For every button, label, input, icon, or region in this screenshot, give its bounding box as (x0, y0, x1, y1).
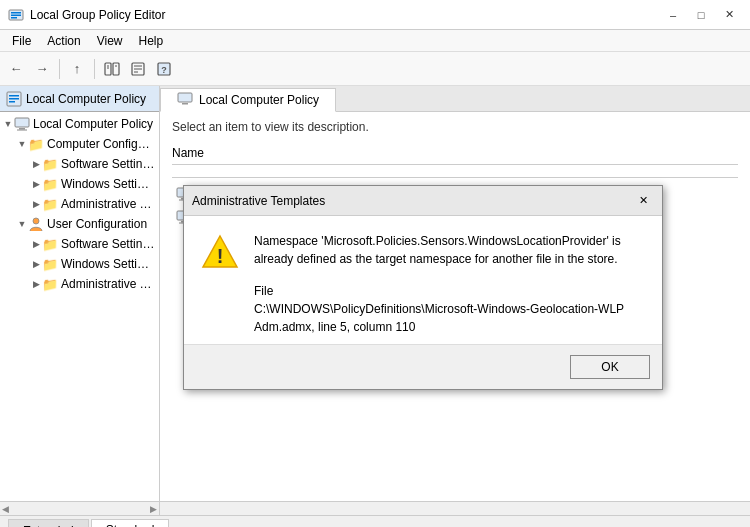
modal-title-bar: Administrative Templates ✕ (184, 186, 662, 216)
modal-footer: OK (184, 344, 662, 389)
ok-button[interactable]: OK (570, 355, 650, 379)
modal-overlay: Administrative Templates ✕ ! Namespace '… (0, 0, 750, 527)
svg-text:!: ! (217, 245, 224, 267)
modal-message: Namespace 'Microsoft.Policies.Sensors.Wi… (254, 232, 624, 268)
modal-body: ! Namespace 'Microsoft.Policies.Sensors.… (184, 216, 662, 344)
file-path: C:\WINDOWS\PolicyDefinitions\Microsoft-W… (254, 300, 624, 336)
modal-message-area: Namespace 'Microsoft.Policies.Sensors.Wi… (254, 232, 624, 336)
modal-file-info: File C:\WINDOWS\PolicyDefinitions\Micros… (254, 282, 624, 336)
file-label: File (254, 282, 624, 300)
warning-icon: ! (200, 232, 240, 272)
modal-title: Administrative Templates (192, 194, 632, 208)
modal-content-row: ! Namespace 'Microsoft.Policies.Sensors.… (200, 232, 646, 336)
modal-close-button[interactable]: ✕ (632, 191, 654, 211)
modal-dialog: Administrative Templates ✕ ! Namespace '… (183, 185, 663, 390)
